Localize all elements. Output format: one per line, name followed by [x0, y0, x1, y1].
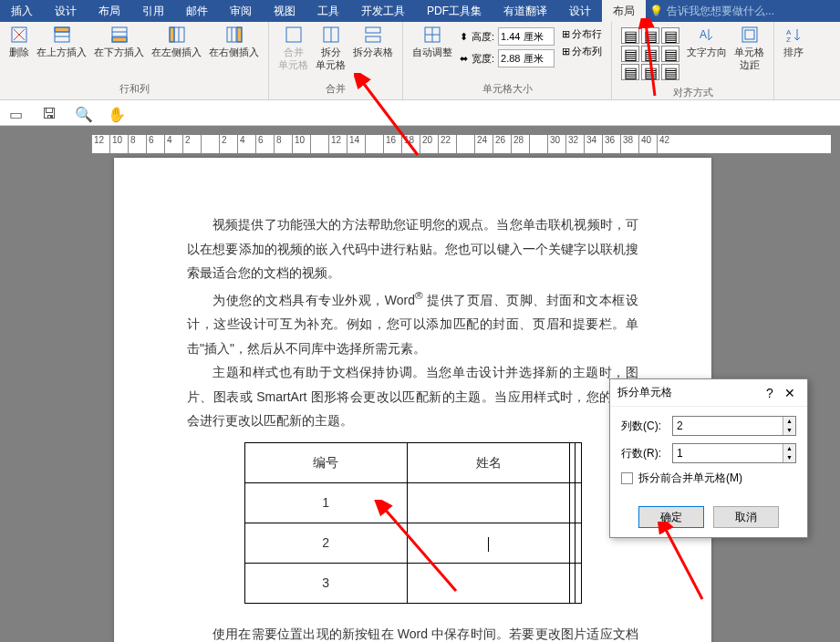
- table-cell[interactable]: [576, 523, 581, 564]
- tab-insert[interactable]: 插入: [0, 0, 44, 22]
- split-table-button[interactable]: 拆分表格: [349, 24, 397, 60]
- cell-margin-icon: [741, 26, 759, 44]
- distribute-rows-button[interactable]: ⊞ 分布行: [562, 27, 602, 41]
- tell-me-search[interactable]: 💡 告诉我您想要做什么...: [646, 0, 774, 22]
- table-header-cell[interactable]: 编号: [244, 443, 407, 483]
- tab-view[interactable]: 视图: [263, 0, 306, 22]
- delete-label: 删除: [9, 46, 29, 58]
- svg-text:Z: Z: [786, 36, 791, 44]
- split-cells-button[interactable]: 拆分 单元格: [312, 24, 349, 74]
- align-bot-right[interactable]: ▤: [661, 64, 679, 80]
- distribute-cols-button[interactable]: ⊞ 分布列: [562, 45, 602, 58]
- table-cell[interactable]: [576, 564, 581, 604]
- tab-developer[interactable]: 开发工具: [350, 0, 416, 22]
- align-mid-center[interactable]: ▤: [641, 46, 659, 62]
- table-cell[interactable]: [407, 483, 569, 523]
- svg-rect-23: [366, 36, 380, 42]
- tell-me-text: 告诉我您想要做什么...: [667, 4, 774, 19]
- rows-up[interactable]: ▲: [783, 444, 795, 453]
- paragraph-1: 视频提供了功能强大的方法帮助您证明您的观点。当您单击联机视频时，可以在想要添加的…: [187, 212, 638, 285]
- align-mid-right[interactable]: ▤: [661, 46, 679, 62]
- cell-margin-label: 单元格 边距: [734, 46, 764, 72]
- text-direction-button[interactable]: A 文字方向: [683, 24, 731, 60]
- align-top-right[interactable]: ▤: [661, 27, 679, 44]
- columns-spinner[interactable]: ▲▼: [672, 416, 796, 436]
- dialog-close-button[interactable]: ✕: [780, 386, 800, 400]
- tab-table-design[interactable]: 设计: [558, 0, 602, 22]
- tab-table-layout[interactable]: 布局: [602, 0, 646, 22]
- delete-button[interactable]: 删除: [5, 24, 33, 60]
- document-table[interactable]: 编号 姓名 1 2 3: [244, 442, 582, 604]
- svg-rect-7: [112, 37, 127, 42]
- ribbon-tabs: 插入 设计 布局 引用 邮件 审阅 视图 工具 开发工具 PDF工具集 有道翻译…: [0, 0, 840, 22]
- qat-icon-4[interactable]: ✋: [108, 106, 122, 120]
- table-cell[interactable]: 3: [244, 564, 407, 604]
- align-top-center[interactable]: ▤: [641, 27, 659, 44]
- qat-icon-3[interactable]: 🔍: [75, 106, 89, 120]
- insert-left-button[interactable]: 在左侧插入: [148, 24, 205, 60]
- table-cell[interactable]: 1: [244, 483, 407, 523]
- insert-below-button[interactable]: 在下方插入: [90, 24, 148, 60]
- dist-rows-label: 分布行: [572, 27, 602, 41]
- cancel-button[interactable]: 取消: [713, 506, 779, 528]
- sort-button[interactable]: AZ 排序: [780, 24, 807, 60]
- merge-cells-label: 合并 单元格: [278, 46, 308, 72]
- dist-cols-icon: ⊞: [562, 46, 570, 57]
- qat-icon-1[interactable]: ▭: [9, 106, 24, 120]
- height-input[interactable]: [498, 27, 555, 46]
- tab-pdf[interactable]: PDF工具集: [416, 0, 493, 22]
- table-cell[interactable]: [407, 564, 569, 604]
- insert-above-button[interactable]: 在上方插入: [33, 24, 90, 60]
- paragraph-4: 使用在需要位置出现的新按钮在 Word 中保存时间。若要更改图片适应文档的方式，…: [187, 622, 638, 642]
- cell-margin-button[interactable]: 单元格 边距: [731, 24, 768, 74]
- quick-access-toolbar: ▭ 🖫 🔍 ✋: [0, 100, 840, 126]
- svg-rect-28: [742, 27, 757, 42]
- width-label: 宽度:: [472, 52, 494, 66]
- tab-tools[interactable]: 工具: [306, 0, 350, 22]
- tab-mailings[interactable]: 邮件: [175, 0, 219, 22]
- align-bot-center[interactable]: ▤: [641, 64, 659, 80]
- dialog-help-button[interactable]: ?: [760, 386, 780, 400]
- split-table-label: 拆分表格: [353, 46, 393, 58]
- align-mid-left[interactable]: ▤: [621, 46, 639, 62]
- align-bot-left[interactable]: ▤: [621, 64, 639, 80]
- insert-left-icon: [168, 26, 186, 44]
- ok-button[interactable]: 确定: [638, 506, 704, 528]
- columns-label: 列数(C):: [621, 419, 672, 434]
- tab-references[interactable]: 引用: [131, 0, 175, 22]
- merge-before-checkbox[interactable]: 拆分前合并单元格(M): [621, 471, 796, 486]
- tab-youdao[interactable]: 有道翻译: [493, 0, 558, 22]
- paragraph-2: 为使您的文档具有专业外观，Word® 提供了页眉、页脚、封面和文本框设计，这些设…: [187, 285, 638, 360]
- table-row: 2: [244, 523, 581, 564]
- table-cell[interactable]: [576, 483, 581, 523]
- group-merge-label: 合并: [326, 80, 346, 98]
- tab-design[interactable]: 设计: [44, 0, 88, 22]
- columns-input[interactable]: [673, 417, 783, 435]
- group-rows-cols-label: 行和列: [119, 80, 150, 98]
- table-cell[interactable]: 2: [244, 523, 407, 564]
- columns-up[interactable]: ▲: [783, 417, 795, 426]
- group-cell-size-label: 单元格大小: [482, 80, 533, 98]
- columns-down[interactable]: ▼: [783, 426, 795, 435]
- split-cells-icon: [322, 26, 340, 44]
- width-input[interactable]: [498, 49, 555, 67]
- qat-icon-2[interactable]: 🖫: [42, 106, 57, 120]
- rows-input[interactable]: [673, 444, 783, 462]
- width-icon: ⬌: [460, 53, 468, 65]
- horizontal-ruler[interactable]: 1210864224681012141618202224262830323436…: [91, 135, 831, 153]
- rows-down[interactable]: ▼: [783, 453, 795, 462]
- table-header-cell[interactable]: 姓名: [407, 443, 569, 483]
- insert-right-button[interactable]: 在右侧插入: [205, 24, 263, 60]
- paragraph-3: 主题和样式也有助于文档保持协调。当您单击设计并选择新的主题时，图片、图表或 Sm…: [187, 360, 638, 433]
- insert-right-icon: [225, 26, 244, 44]
- split-cells-label: 拆分 单元格: [316, 46, 346, 72]
- table-header-cell[interactable]: [576, 443, 581, 483]
- align-top-left[interactable]: ▤: [621, 27, 639, 44]
- rows-spinner[interactable]: ▲▼: [672, 443, 796, 463]
- table-cell-active[interactable]: [407, 523, 569, 564]
- merge-cells-button[interactable]: 合并 单元格: [275, 24, 312, 74]
- autofit-button[interactable]: 自动调整: [409, 24, 456, 60]
- tab-review[interactable]: 审阅: [219, 0, 263, 22]
- tab-layout[interactable]: 布局: [88, 0, 131, 22]
- autofit-label: 自动调整: [412, 46, 452, 58]
